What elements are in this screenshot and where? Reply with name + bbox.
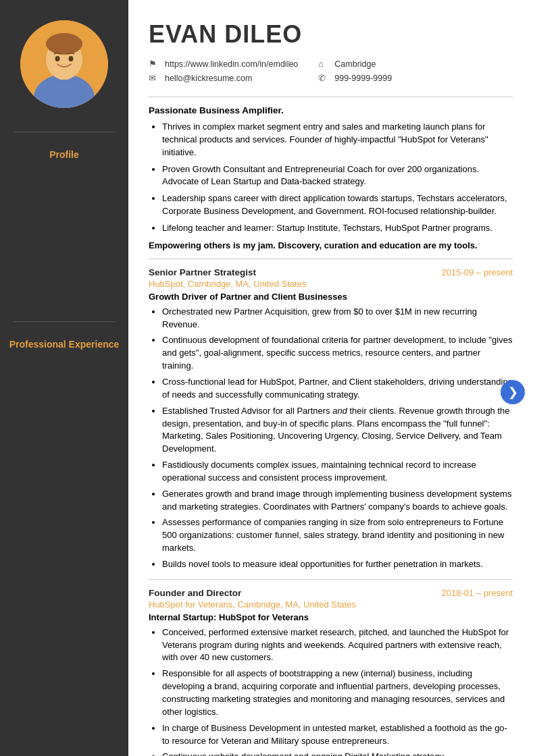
sidebar: Profile Professional Experience <box>0 0 128 756</box>
email-item: ✉ hello@kickresume.com <box>149 73 298 83</box>
next-arrow[interactable]: ❯ <box>501 380 525 404</box>
svg-point-6 <box>69 56 74 61</box>
linkedin-url: https://www.linkedin.com/in/emdileo <box>165 59 298 69</box>
list-item: Builds novel tools to measure ideal oppo… <box>162 558 513 571</box>
location-item: ⌂ Cambridge <box>318 59 392 69</box>
contact-info: ⚑ https://www.linkedin.com/in/emdileo ✉ … <box>149 59 513 83</box>
list-item: Established Trusted Advisor for all Part… <box>162 405 513 456</box>
job-date-2: 2018-01 – present <box>441 588 513 598</box>
list-item: Orchestrated new Partner Acquisition, gr… <box>162 306 513 331</box>
phone-icon: ✆ <box>318 73 329 83</box>
job-subtitle-2: Internal Startup: HubSpot for Veterans <box>149 612 513 622</box>
avatar <box>20 20 108 108</box>
location-icon: ⌂ <box>318 59 329 69</box>
svg-point-4 <box>46 33 82 55</box>
list-item: Responsible for all aspects of bootstrap… <box>162 668 513 718</box>
candidate-name: EVAN DILEO <box>149 20 513 49</box>
profile-closing: Empowering others is my jam. Discovery, … <box>149 240 513 250</box>
profile-section-label: Profile <box>49 142 79 167</box>
list-item: Assesses performance of companies rangin… <box>162 516 513 555</box>
section-divider-exp <box>149 259 513 259</box>
job-subtitle-1: Growth Driver of Partner and Client Busi… <box>149 292 513 302</box>
list-item: Continuous website development and ongoi… <box>162 751 513 756</box>
linkedin-icon: ⚑ <box>149 59 159 69</box>
contact-column-right: ⌂ Cambridge ✆ 999-9999-9999 <box>318 59 392 83</box>
profile-bullets: Thrives in complex market segment entry … <box>149 121 513 235</box>
profile-tagline: Passionate Business Amplifier. <box>149 105 513 115</box>
job-company-1: HubSpot, Cambridge, MA, United States <box>149 279 513 289</box>
email-icon: ✉ <box>149 73 159 83</box>
list-item: Lifelong teacher and learner: Startup In… <box>162 222 513 235</box>
phone-item: ✆ 999-9999-9999 <box>318 73 392 83</box>
list-item: In charge of Business Development in unt… <box>162 722 513 748</box>
list-item: Fastidiously documents complex issues, m… <box>162 459 513 485</box>
job-block-1: Senior Partner Strategist 2015-09 – pres… <box>149 267 513 571</box>
list-item: Continuous development of foundational c… <box>162 334 513 373</box>
section-divider-job2 <box>149 579 513 580</box>
phone-value: 999-9999-9999 <box>334 74 392 83</box>
list-item: Leadership spans career with direct appl… <box>162 192 513 218</box>
job-date-1: 2015-09 – present <box>441 267 513 277</box>
contact-column-left: ⚑ https://www.linkedin.com/in/emdileo ✉ … <box>149 59 298 83</box>
svg-point-5 <box>55 56 60 61</box>
sidebar-divider-mid <box>13 321 116 322</box>
linkedin-item: ⚑ https://www.linkedin.com/in/emdileo <box>149 59 298 69</box>
job-header-2: Founder and Director 2018-01 – present <box>149 588 513 598</box>
list-item: Thrives in complex market segment entry … <box>162 121 513 159</box>
job-company-2: HubSpot for Veterans, Cambridge, MA, Uni… <box>149 599 513 610</box>
experience-section-label: Professional Experience <box>9 332 120 356</box>
section-divider-profile <box>149 97 513 97</box>
location-value: Cambridge <box>334 59 376 69</box>
job-header-1: Senior Partner Strategist 2015-09 – pres… <box>149 267 513 277</box>
main-content: EVAN DILEO ⚑ https://www.linkedin.com/in… <box>128 0 533 756</box>
list-item: Generates growth and brand image through… <box>162 488 513 514</box>
list-item: Conceived, performed extensive market re… <box>162 626 513 665</box>
job-block-2: Founder and Director 2018-01 – present H… <box>149 588 513 756</box>
job-title-2: Founder and Director <box>149 588 241 598</box>
list-item: Proven Growth Consultant and Entrepreneu… <box>162 163 513 189</box>
job-list-2: Conceived, performed extensive market re… <box>149 626 513 756</box>
sidebar-divider-top <box>13 132 116 132</box>
list-item: Cross-functional lead for HubSpot, Partn… <box>162 376 513 402</box>
email-value: hello@kickresume.com <box>165 74 252 83</box>
job-list-1: Orchestrated new Partner Acquisition, gr… <box>149 306 513 571</box>
job-title-1: Senior Partner Strategist <box>149 267 256 277</box>
